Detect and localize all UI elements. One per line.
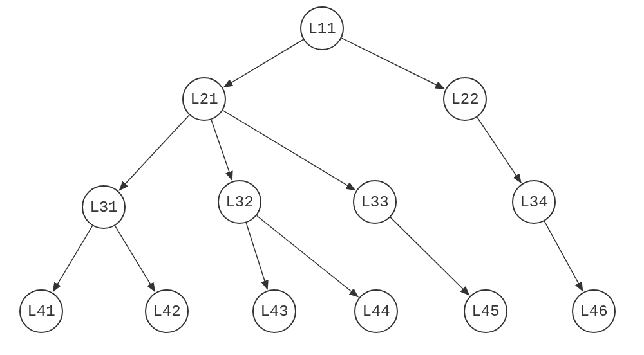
edge-l32-l43 [246,223,267,289]
tree-node-l11: L11 [300,6,344,50]
tree-node-label: L31 [90,199,117,216]
tree-node-label: L41 [27,303,55,320]
edge-l21-l31 [119,115,189,190]
tree-node-l45: L45 [464,289,507,333]
tree-node-l43: L43 [252,289,296,333]
edge-l21-l33 [223,111,355,190]
tree-node-label: L42 [153,303,180,320]
edge-l11-l22 [341,38,444,89]
tree-node-l32: L32 [218,180,261,224]
tree-node-label: L11 [308,20,336,37]
tree-node-label: L34 [520,194,547,211]
tree-node-label: L21 [190,91,218,108]
edge-l34-l46 [544,221,582,291]
tree-node-label: L22 [451,91,478,108]
edge-l11-l21 [224,40,303,87]
edge-l32-l44 [257,215,358,296]
tree-node-label: L46 [580,303,607,320]
edge-l33-l45 [390,217,469,295]
tree-node-l33: L33 [353,180,397,224]
tree-node-label: L33 [361,194,388,211]
edge-layer [0,0,644,355]
tree-node-label: L43 [260,303,288,320]
edge-l21-l32 [211,120,232,180]
tree-node-label: L32 [225,194,253,211]
edge-l31-l42 [115,226,155,291]
tree-node-l31: L31 [82,185,126,229]
tree-node-l41: L41 [19,289,63,333]
tree-node-l44: L44 [354,289,398,333]
tree-node-label: L45 [471,303,499,320]
edge-l22-l34 [477,117,521,183]
tree-node-l42: L42 [145,289,189,333]
tree-node-l34: L34 [512,180,556,224]
tree-node-label: L44 [362,303,390,320]
tree-node-l21: L21 [182,77,226,121]
tree-node-l22: L22 [443,77,487,121]
edge-l31-l41 [53,226,92,291]
tree-node-l46: L46 [572,289,616,333]
